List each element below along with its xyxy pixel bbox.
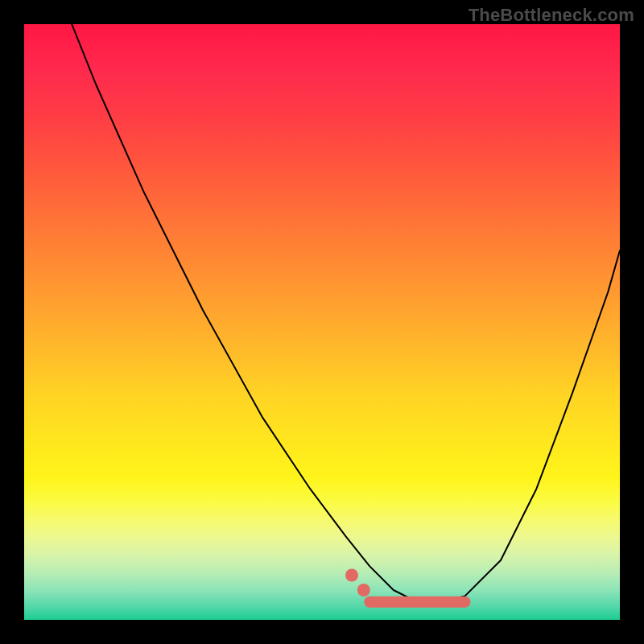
chart-curves bbox=[72, 24, 620, 602]
marker-dot bbox=[345, 569, 358, 582]
plot-area bbox=[24, 24, 620, 620]
marker-dots bbox=[345, 569, 370, 597]
chart-svg bbox=[24, 24, 620, 620]
watermark-text: TheBottleneck.com bbox=[469, 5, 634, 26]
bottleneck-curve bbox=[72, 24, 620, 602]
page-root: TheBottleneck.com bbox=[0, 0, 644, 644]
marker-dot bbox=[357, 584, 370, 597]
